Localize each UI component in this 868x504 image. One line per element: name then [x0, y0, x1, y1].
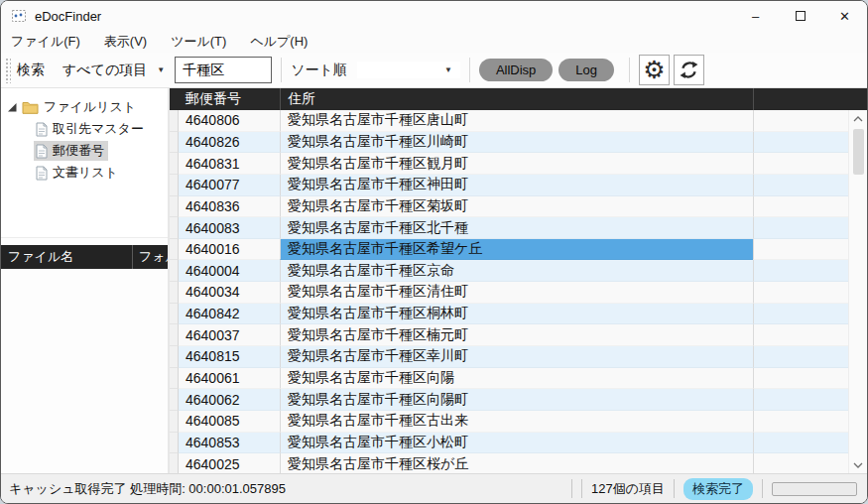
row-header-cell[interactable] — [170, 175, 179, 196]
address-cell[interactable]: 愛知県名古屋市千種区小松町 — [280, 433, 753, 454]
file-name-column-header[interactable]: ファイル名 — [1, 245, 133, 269]
address-cell[interactable]: 愛知県名古屋市千種区菊坂町 — [280, 196, 753, 218]
table-row[interactable]: 4640083愛知県名古屋市千種区北千種 — [170, 217, 848, 239]
maximize-button[interactable] — [778, 1, 822, 31]
folder-column-header[interactable]: フォル — [133, 245, 168, 269]
table-row[interactable]: 4640831愛知県名古屋市千種区観月町 — [170, 153, 848, 175]
scroll-up-button[interactable] — [849, 110, 867, 127]
scroll-down-button[interactable] — [849, 456, 867, 473]
address-cell[interactable]: 愛知県名古屋市千種区桐林町 — [280, 304, 753, 325]
postal-code-cell[interactable]: 4640077 — [179, 175, 280, 196]
toolbar-grip-handle[interactable] — [5, 58, 11, 83]
sidebar-item-client-master[interactable]: 取引先マスター — [1, 118, 168, 140]
sidebar-item-document-list[interactable]: 文書リスト — [1, 162, 168, 184]
postal-code-cell[interactable]: 4640836 — [179, 196, 280, 218]
address-cell[interactable]: 愛知県名古屋市千種区向陽町 — [280, 389, 753, 411]
refresh-button[interactable] — [674, 55, 704, 85]
address-cell[interactable]: 愛知県名古屋市千種区古出来 — [280, 411, 753, 433]
log-button[interactable]: Log — [558, 59, 614, 81]
row-header-cell[interactable] — [170, 304, 179, 325]
sidebar-item-postal-code[interactable]: 郵便番号 — [1, 140, 168, 162]
row-header-cell[interactable] — [170, 217, 179, 239]
table-row[interactable]: 4640085愛知県名古屋市千種区古出来 — [170, 411, 848, 433]
table-row[interactable]: 4640034愛知県名古屋市千種区清住町 — [170, 282, 848, 304]
close-button[interactable]: ✕ — [822, 1, 867, 31]
table-row[interactable]: 4640815愛知県名古屋市千種区幸川町 — [170, 346, 848, 368]
tree-item-label: 郵便番号 — [53, 142, 104, 160]
menu-item[interactable]: ツール(T) — [171, 33, 226, 51]
settings-button[interactable]: ⚙ — [639, 55, 670, 85]
postal-code-cell[interactable]: 4640083 — [179, 217, 280, 239]
table-row[interactable]: 4640853愛知県名古屋市千種区小松町 — [170, 433, 848, 454]
search-label: 検索 — [17, 62, 45, 79]
table-row[interactable]: 4640842愛知県名古屋市千種区桐林町 — [170, 304, 848, 325]
address-cell[interactable]: 愛知県名古屋市千種区向陽 — [280, 368, 753, 390]
row-header-cell[interactable] — [170, 346, 179, 368]
row-header-cell[interactable] — [170, 132, 179, 154]
row-header-cell[interactable] — [170, 196, 179, 218]
empty-cell — [753, 239, 848, 261]
progress-bar — [772, 482, 857, 496]
table-row[interactable]: 4640806愛知県名古屋市千種区唐山町 — [170, 110, 848, 132]
postal-code-cell[interactable]: 4640826 — [179, 132, 280, 154]
address-cell[interactable]: 愛知県名古屋市千種区桜が丘 — [280, 453, 753, 473]
search-scope-dropdown[interactable]: すべての項目 ▼ — [55, 58, 173, 83]
row-header-cell[interactable] — [170, 153, 179, 175]
postal-code-cell[interactable]: 4640037 — [179, 324, 280, 346]
minimize-button[interactable]: – — [733, 1, 778, 31]
row-header-cell[interactable] — [170, 389, 179, 411]
postal-code-cell[interactable]: 4640853 — [179, 433, 280, 454]
postal-code-cell[interactable]: 4640004 — [179, 260, 280, 282]
postal-code-cell[interactable]: 4640806 — [179, 110, 280, 132]
postal-code-cell[interactable]: 4640085 — [179, 411, 280, 433]
vertical-scrollbar[interactable] — [848, 110, 867, 473]
row-header-cell[interactable] — [170, 282, 179, 304]
scrollbar-thumb[interactable] — [853, 129, 864, 175]
table-row[interactable]: 4640077愛知県名古屋市千種区神田町 — [170, 175, 848, 196]
row-header-cell[interactable] — [170, 239, 179, 261]
address-cell[interactable]: 愛知県名古屋市千種区楠元町 — [280, 324, 753, 346]
table-row[interactable]: 4640061愛知県名古屋市千種区向陽 — [170, 368, 848, 390]
address-cell[interactable]: 愛知県名古屋市千種区唐山町 — [280, 110, 753, 132]
postal-code-cell[interactable]: 4640025 — [179, 453, 280, 473]
postal-code-cell[interactable]: 4640016 — [179, 239, 280, 261]
table-row[interactable]: 4640025愛知県名古屋市千種区桜が丘 — [170, 453, 848, 473]
table-row[interactable]: 4640062愛知県名古屋市千種区向陽町 — [170, 389, 848, 411]
row-header-cell[interactable] — [170, 453, 179, 473]
row-header-cell[interactable] — [170, 411, 179, 433]
menu-item[interactable]: ファイル(F) — [11, 33, 80, 51]
table-row[interactable]: 4640836愛知県名古屋市千種区菊坂町 — [170, 196, 848, 218]
address-cell[interactable]: 愛知県名古屋市千種区観月町 — [280, 153, 753, 175]
table-row[interactable]: 4640016愛知県名古屋市千種区希望ケ丘 — [170, 239, 848, 261]
address-cell[interactable]: 愛知県名古屋市千種区北千種 — [280, 217, 753, 239]
postal-code-cell[interactable]: 4640034 — [179, 282, 280, 304]
search-input[interactable] — [175, 57, 272, 83]
address-column-header[interactable]: 住所 — [280, 88, 753, 110]
postal-code-cell[interactable]: 4640831 — [179, 153, 280, 175]
tree-expand-icon[interactable] — [8, 103, 17, 112]
table-row[interactable]: 4640826愛知県名古屋市千種区川崎町 — [170, 132, 848, 154]
row-header-cell[interactable] — [170, 324, 179, 346]
sort-order-dropdown[interactable]: ▼ — [357, 62, 460, 78]
table-row[interactable]: 4640037愛知県名古屋市千種区楠元町 — [170, 324, 848, 346]
postal-code-cell[interactable]: 4640815 — [179, 346, 280, 368]
postal-code-cell[interactable]: 4640842 — [179, 304, 280, 325]
address-cell[interactable]: 愛知県名古屋市千種区川崎町 — [280, 132, 753, 154]
address-cell[interactable]: 愛知県名古屋市千種区清住町 — [280, 282, 753, 304]
address-cell-selected[interactable]: 愛知県名古屋市千種区希望ケ丘 — [280, 239, 753, 261]
alldisp-button[interactable]: AllDisp — [479, 59, 553, 81]
address-cell[interactable]: 愛知県名古屋市千種区幸川町 — [280, 346, 753, 368]
row-header-cell[interactable] — [170, 110, 179, 132]
row-header-cell[interactable] — [170, 260, 179, 282]
postal-code-cell[interactable]: 4640062 — [179, 389, 280, 411]
address-cell[interactable]: 愛知県名古屋市千種区神田町 — [280, 175, 753, 196]
tree-root-file-list[interactable]: ファイルリスト — [1, 96, 168, 118]
menu-item[interactable]: 表示(V) — [104, 33, 147, 51]
postal-code-column-header[interactable]: 郵便番号 — [179, 88, 280, 110]
row-header-cell[interactable] — [170, 368, 179, 390]
table-row[interactable]: 4640004愛知県名古屋市千種区京命 — [170, 260, 848, 282]
menu-item[interactable]: ヘルプ(H) — [250, 33, 308, 51]
row-header-cell[interactable] — [170, 433, 179, 454]
postal-code-cell[interactable]: 4640061 — [179, 368, 280, 390]
address-cell[interactable]: 愛知県名古屋市千種区京命 — [280, 260, 753, 282]
